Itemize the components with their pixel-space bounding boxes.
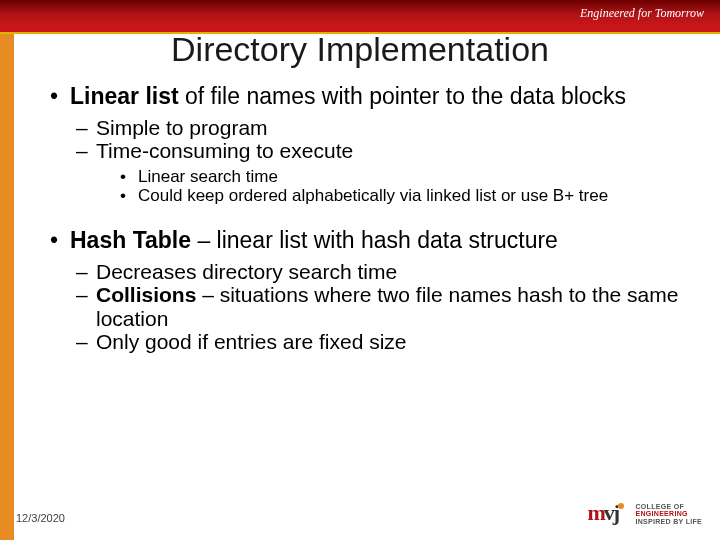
footer-date: 12/3/2020 [16, 512, 65, 524]
logo-text: COLLEGE OF ENGINEERING INSPIRED BY LIFE [635, 503, 702, 525]
sub-decreases: Decreases directory search time [50, 260, 680, 284]
header-band: Engineered for Tomorrow [0, 0, 720, 34]
sub-collisions: Collisions – situations where two file n… [50, 283, 680, 330]
logo-line1: COLLEGE OF [635, 503, 702, 510]
bullet-hash-table: Hash Table – linear list with hash data … [50, 228, 680, 254]
slide-content: Linear list of file names with pointer t… [50, 84, 680, 354]
sub-time-consuming: Time-consuming to execute [50, 139, 680, 163]
subsub-linear-search: Linear search time [50, 167, 680, 187]
sub-collisions-lead: Collisions [96, 283, 196, 306]
left-accent-bar [0, 34, 14, 540]
logo-dot-icon [618, 503, 624, 509]
brand-tagline: Engineered for Tomorrow [580, 6, 704, 21]
logo-line3: INSPIRED BY LIFE [635, 518, 702, 525]
bullet-hash-trail: – linear list with hash data structure [191, 227, 558, 253]
subsub-ordered: Could keep ordered alphabetically via li… [50, 186, 680, 206]
bullet-linear-list-lead: Linear list [70, 83, 179, 109]
slide-title: Directory Implementation [0, 30, 720, 69]
brand-logo: mvj COLLEGE OF ENGINEERING INSPIRED BY L… [587, 500, 702, 528]
bullet-hash-lead: Hash Table [70, 227, 191, 253]
logo-mark: mvj [587, 500, 629, 528]
sub-fixed-size: Only good if entries are fixed size [50, 330, 680, 354]
bullet-linear-list: Linear list of file names with pointer t… [50, 84, 680, 110]
sub-simple: Simple to program [50, 116, 680, 140]
logo-line2: ENGINEERING [635, 510, 702, 517]
bullet-linear-list-trail: of file names with pointer to the data b… [179, 83, 626, 109]
slide: Engineered for Tomorrow Directory Implem… [0, 0, 720, 540]
